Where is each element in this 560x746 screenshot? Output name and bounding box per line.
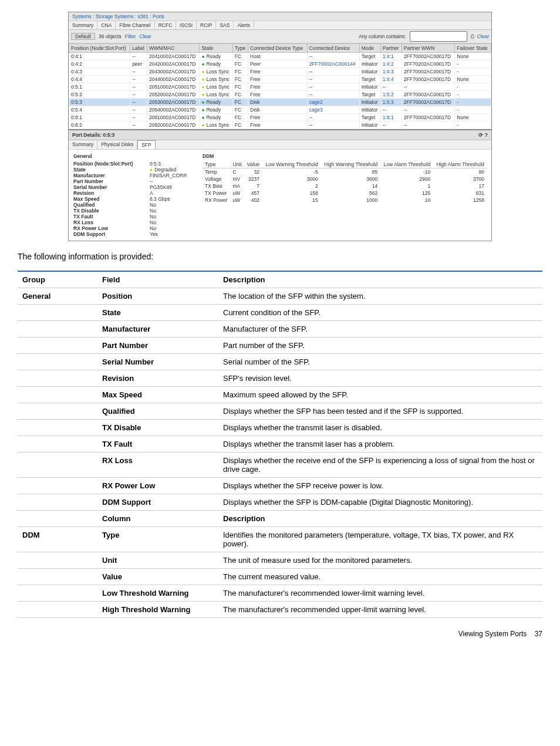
info-row: DDM SupportDisplays whether the SFP is D…: [18, 494, 542, 511]
ddm-row: VoltagemV32373000360029003700: [203, 175, 487, 183]
info-head-desc: Description: [218, 271, 542, 288]
port-cell: --: [307, 53, 359, 60]
port-row[interactable]: 0:5:4--20540002AC00017DReadyFCDiskcage3I…: [69, 106, 491, 114]
info-desc: Manufacturer of the SFP.: [218, 321, 542, 337]
port-cell: Disk: [248, 99, 308, 106]
info-row: RX Power LowDisplays whether the SFP rec…: [18, 478, 542, 494]
tab-fibre-channel[interactable]: Fibre Channel: [116, 21, 154, 29]
port-row[interactable]: 0:4:2peer20420002AC00017DReadyFCPeer2FF7…: [69, 60, 491, 68]
port-cell: -: [455, 68, 491, 76]
export-icon[interactable]: ⎙: [471, 33, 474, 39]
ddm-col-header: Low Alarm Threshold: [380, 161, 433, 168]
ddm-cell: TX Power: [203, 190, 230, 197]
clear-button[interactable]: Clear: [477, 33, 489, 39]
general-value: No: [150, 202, 156, 208]
port-detail-title: Port Details: 0:5:3: [72, 132, 114, 138]
general-key: Revision: [73, 190, 150, 196]
filter-link[interactable]: Filter: [125, 33, 136, 39]
port-row[interactable]: 0:5:3--20530002AC00017DReadyFCDiskcage2I…: [69, 99, 491, 106]
port-cell: Ready: [200, 99, 232, 106]
port-cell: Loss Sync: [200, 83, 232, 91]
port-cell: --: [130, 91, 147, 99]
port-cell: 0:5:1: [69, 83, 130, 91]
app-window: Systems : Storage Systems : s381 : Ports…: [68, 12, 492, 241]
tab-cna[interactable]: CNA: [97, 21, 116, 29]
port-col-header[interactable]: Position (Node:Slot:Port): [69, 44, 130, 53]
ddm-cell: Voltage: [203, 175, 230, 183]
top-tab-strip: SummaryCNAFibre ChannelRCFCiSCSIRCIPSASA…: [69, 21, 491, 30]
port-col-header[interactable]: WWN/MAC: [147, 44, 200, 53]
refresh-icon[interactable]: ⟳: [478, 132, 483, 138]
view-dropdown[interactable]: Default: [71, 33, 95, 40]
port-cell: Free: [248, 114, 308, 121]
ddm-cell: C: [230, 168, 244, 176]
general-key: Position (Node:Slot:Port): [73, 161, 150, 167]
port-row[interactable]: 0:5:2--20520002AC00017DLoss SyncFCFree--…: [69, 91, 491, 99]
port-col-header[interactable]: Label: [130, 44, 147, 53]
port-col-header[interactable]: State: [200, 44, 232, 53]
tab-sas[interactable]: SAS: [216, 21, 234, 29]
port-cell: Free: [248, 91, 308, 99]
port-cell: 2FF70002AC00017D: [402, 99, 454, 106]
port-cell: -: [455, 121, 491, 129]
info-desc: Identifies the monitored parameters (tem…: [218, 527, 542, 552]
sub-tab-physical-disks[interactable]: Physical Disks: [97, 140, 137, 149]
info-group: [18, 403, 97, 420]
sub-tab-summary[interactable]: Summary: [69, 140, 97, 149]
info-field: RX Loss: [97, 453, 218, 478]
info-group: [18, 494, 97, 511]
port-col-header[interactable]: Connected Device: [307, 44, 359, 53]
info-row: UnitThe unit of measure used for the mon…: [18, 552, 542, 569]
tab-alerts[interactable]: Alerts: [234, 21, 254, 29]
port-col-header[interactable]: Connected Device Type: [248, 44, 308, 53]
port-cell: 0:4:3: [69, 68, 130, 76]
object-count: 36 objects: [99, 33, 122, 39]
tab-rcip[interactable]: RCIP: [197, 21, 216, 29]
ddm-cell: 402: [244, 197, 262, 204]
info-field: Column: [97, 511, 218, 527]
info-group: [18, 387, 97, 403]
info-field: DDM Support: [97, 494, 218, 511]
info-row: StateCurrent condition of the SFP.: [18, 305, 542, 321]
tab-summary[interactable]: Summary: [69, 21, 97, 29]
port-col-header[interactable]: Mode: [359, 44, 380, 53]
port-row[interactable]: 0:4:3--20430002AC00017DLoss SyncFCFree--…: [69, 68, 491, 76]
port-cell: 1:4:3: [380, 68, 402, 76]
info-desc: Part number of the SFP.: [218, 337, 542, 354]
info-field: Position: [97, 288, 218, 305]
port-cell: Ready: [200, 106, 232, 114]
ddm-cell: TX Bias: [203, 183, 230, 190]
port-col-header[interactable]: Partner WWN: [402, 44, 454, 53]
ports-table: Position (Node:Slot:Port)LabelWWN/MACSta…: [69, 43, 491, 129]
general-key: Max Speed: [73, 196, 150, 202]
port-cell: FC: [232, 91, 248, 99]
ddm-heading: DDM: [203, 153, 487, 159]
port-col-header[interactable]: Type: [232, 44, 248, 53]
port-cell: FC: [232, 99, 248, 106]
port-cell: --: [307, 83, 359, 91]
port-cell: 2FF70002AC00017D: [402, 114, 454, 121]
sub-tab-sfp[interactable]: SFP: [137, 140, 156, 149]
port-cell: 0:8:1: [69, 114, 130, 121]
clear-filter-link[interactable]: Clear: [140, 33, 151, 39]
port-row[interactable]: 0:8:1--20810002AC00017DReadyFCFree--Targ…: [69, 114, 491, 121]
tab-rcfc[interactable]: RCFC: [155, 21, 177, 29]
port-row[interactable]: 0:4:1--20410002AC00017DReadyFCHost--Targ…: [69, 53, 491, 60]
info-group: [18, 420, 97, 436]
help-icon[interactable]: ?: [485, 132, 488, 138]
port-row[interactable]: 0:8:2--20820002AC00017DLoss SyncFCFree--…: [69, 121, 491, 129]
info-row: ValueThe current measured value.: [18, 569, 542, 585]
tab-iscsi[interactable]: iSCSI: [176, 21, 197, 29]
info-row: Serial NumberSerial number of the SFP.: [18, 354, 542, 370]
port-row[interactable]: 0:4:4--20440002AC00017DLoss SyncFCFree--…: [69, 76, 491, 83]
port-cell: FC: [232, 68, 248, 76]
info-group: DDM: [18, 527, 97, 552]
port-col-header[interactable]: Failover State: [455, 44, 491, 53]
port-col-header[interactable]: Partner: [380, 44, 402, 53]
info-desc: Displays whether the transmit laser has …: [218, 436, 542, 453]
info-field: Unit: [97, 552, 218, 569]
port-cell: --: [130, 76, 147, 83]
port-row[interactable]: 0:5:1--20510002AC00017DLoss SyncFCFree--…: [69, 83, 491, 91]
search-input[interactable]: [410, 31, 467, 42]
port-cell: 20440002AC00017D: [147, 76, 200, 83]
